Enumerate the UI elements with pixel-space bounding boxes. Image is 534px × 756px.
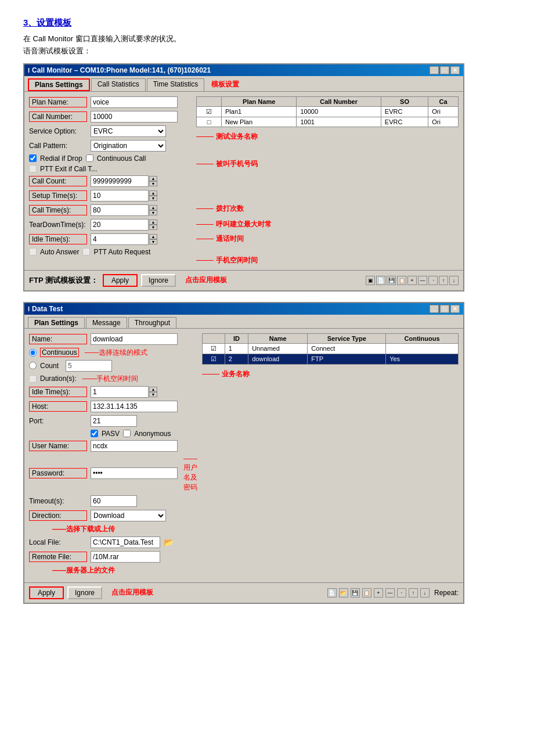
ignore-button[interactable]: Ignore [141, 274, 176, 287]
dt-icon-7[interactable]: ⬝ [397, 588, 406, 597]
dt-direction-select[interactable]: Download Upload [91, 510, 166, 521]
dt-host-input[interactable] [91, 401, 178, 412]
table-row[interactable]: ☑ Plan1 10000 EVRC Ori [197, 106, 459, 117]
dt-continuous-radio[interactable] [29, 349, 37, 357]
dt-pasv-checkbox[interactable] [91, 430, 98, 437]
dt-port-input[interactable] [91, 415, 137, 427]
call-monitor-dialog: I Call Monitor – COM10:Phone Model:141, … [23, 63, 464, 291]
tab-message[interactable]: Message [86, 317, 127, 328]
dt-ignore-button[interactable]: Ignore [67, 586, 102, 599]
call-time-down[interactable]: ▼ [149, 210, 157, 215]
minimize-button[interactable]: _ [430, 66, 439, 74]
icon-2[interactable]: 📄 [376, 276, 385, 285]
data-test-minimize[interactable]: _ [430, 305, 439, 313]
idle-time-input[interactable] [91, 233, 149, 245]
annot-service-name: 业务名称 [202, 369, 459, 379]
tab-plan-settings[interactable]: Plan Settings [28, 317, 85, 328]
dt-row2-check[interactable]: ☑ [203, 354, 225, 364]
maximize-button[interactable]: □ [440, 66, 449, 74]
call-time-input[interactable] [91, 204, 149, 216]
tab-time-statistics[interactable]: Time Statistics [147, 78, 205, 91]
dt-timeout-input[interactable] [91, 495, 137, 507]
table-row[interactable]: ☑ 1 Unnamed Connect [203, 343, 459, 354]
bottom-icons: ▣ 📄 💾 📋 + — ⬝ ↑ ↓ [366, 276, 459, 285]
dt-col-id: ID [225, 333, 248, 343]
continuous-call-checkbox[interactable] [86, 154, 93, 162]
icon-3[interactable]: 💾 [387, 276, 396, 285]
tab-call-statistics[interactable]: Call Statistics [91, 78, 146, 91]
tab-plans-settings[interactable]: Plans Settings [28, 78, 90, 91]
auto-answer-row: Auto Answer PTT Auto Request [29, 248, 192, 256]
dt-row1-check[interactable]: ☑ [203, 343, 225, 354]
dt-local-file-input[interactable] [91, 537, 160, 548]
continuous-call-label: Continuous Call [97, 154, 146, 163]
dt-idle-up[interactable]: ▲ [149, 387, 157, 392]
dt-anonymous-checkbox[interactable] [123, 430, 131, 437]
dt-name-input[interactable] [91, 333, 178, 345]
row1-check[interactable]: ☑ [197, 106, 222, 117]
close-button[interactable]: ✕ [450, 66, 460, 74]
call-count-up[interactable]: ▲ [149, 176, 157, 181]
dt-icon-2[interactable]: 📂 [339, 588, 348, 597]
idle-time-spinner: ▲ ▼ [91, 233, 157, 245]
data-test-bottom: Apply Ignore 点击应用模板 📄 📂 💾 📋 + — ⬝ ↑ ↓ Re… [24, 582, 463, 603]
redial-row: Redial if Drop Continuous Call [29, 154, 192, 163]
data-test-close[interactable]: ✕ [450, 305, 460, 313]
row1-so: EVRC [381, 106, 428, 117]
dt-col-check [203, 333, 225, 343]
dt-icon-4[interactable]: 📋 [362, 588, 371, 597]
call-time-up[interactable]: ▲ [149, 205, 157, 210]
idle-time-up[interactable]: ▲ [149, 234, 157, 239]
row2-check[interactable]: □ [197, 117, 222, 127]
call-pattern-row: Call Pattern: Origination [29, 140, 192, 152]
table-row[interactable]: □ New Plan 1001 EVRC Ori [197, 117, 459, 127]
plan-name-input[interactable] [91, 96, 178, 108]
apply-button[interactable]: Apply [103, 274, 138, 287]
dt-password-input[interactable] [91, 467, 178, 479]
setup-time-down[interactable]: ▼ [149, 196, 157, 201]
setup-time-up[interactable]: ▲ [149, 190, 157, 196]
browse-icon[interactable]: 📂 [164, 538, 174, 547]
icon-8[interactable]: ↑ [439, 276, 448, 285]
dt-idle-time-row: Idle Time(s): ▲ ▼ [29, 386, 197, 398]
dt-icon-8[interactable]: ↑ [409, 588, 418, 597]
dt-icon-5[interactable]: + [374, 588, 383, 597]
teardown-down[interactable]: ▼ [149, 225, 157, 230]
service-option-select[interactable]: EVRC [91, 125, 166, 137]
dt-idle-down[interactable]: ▼ [149, 392, 157, 397]
dt-icon-3[interactable]: 💾 [351, 588, 360, 597]
tab-throughput[interactable]: Throughput [128, 317, 176, 328]
dt-icon-9[interactable]: ↓ [420, 588, 430, 597]
dt-remote-file-input[interactable] [91, 551, 160, 563]
dt-count-radio[interactable] [29, 362, 37, 369]
idle-time-down[interactable]: ▼ [149, 239, 157, 244]
icon-9[interactable]: ↓ [449, 276, 459, 285]
dt-count-input[interactable] [66, 360, 112, 372]
call-count-input[interactable] [91, 175, 149, 187]
dt-username-input[interactable] [91, 440, 178, 452]
ptt-auto-checkbox[interactable] [82, 248, 90, 255]
teardown-input[interactable] [91, 219, 149, 231]
auto-answer-checkbox[interactable] [29, 248, 37, 255]
redial-checkbox[interactable] [29, 154, 37, 162]
call-number-input[interactable] [91, 111, 178, 123]
teardown-up[interactable]: ▲ [149, 219, 157, 225]
redial-label: Redial if Drop [40, 154, 82, 163]
call-monitor-table-pane: Plan Name Call Number SO Ca ☑ Plan1 1000… [196, 96, 459, 265]
dt-duration-checkbox[interactable] [29, 375, 37, 383]
dt-idle-input[interactable] [91, 386, 149, 398]
ptt-exit-checkbox[interactable] [29, 165, 37, 172]
dt-apply-button[interactable]: Apply [29, 586, 64, 599]
dt-icon-6[interactable]: — [385, 588, 395, 597]
call-pattern-select[interactable]: Origination [91, 140, 166, 152]
icon-7[interactable]: ⬝ [428, 276, 438, 285]
dt-icon-1[interactable]: 📄 [327, 588, 337, 597]
icon-4[interactable]: 📋 [397, 276, 406, 285]
icon-1[interactable]: ▣ [366, 276, 375, 285]
call-count-down[interactable]: ▼ [149, 181, 157, 186]
setup-time-input[interactable] [91, 190, 149, 201]
icon-5[interactable]: + [407, 276, 417, 285]
icon-6[interactable]: — [418, 276, 427, 285]
table-row[interactable]: ☑ 2 download FTP Yes [203, 354, 459, 364]
data-test-maximize[interactable]: □ [440, 305, 449, 313]
